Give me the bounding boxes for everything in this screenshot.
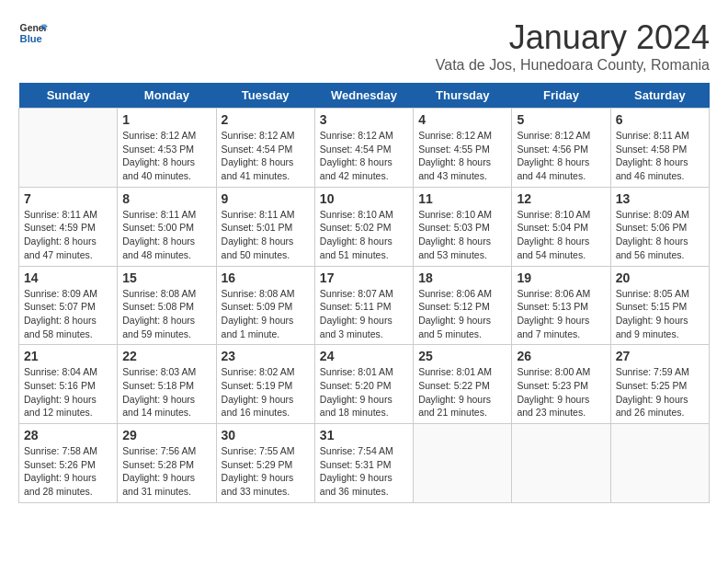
cell-content: Sunrise: 8:08 AMSunset: 5:09 PMDaylight:… [222, 288, 295, 339]
date-number: 29 [122, 428, 210, 442]
date-number: 27 [616, 349, 704, 363]
calendar-cell: 23 Sunrise: 8:02 AMSunset: 5:19 PMDaylig… [216, 345, 314, 424]
calendar-cell [414, 424, 512, 503]
calendar-cell: 6 Sunrise: 8:11 AMSunset: 4:58 PMDayligh… [610, 109, 709, 188]
calendar-cell: 13 Sunrise: 8:09 AMSunset: 5:06 PMDaylig… [610, 187, 709, 266]
cell-content: Sunrise: 8:11 AMSunset: 4:58 PMDaylight:… [616, 130, 689, 181]
calendar-cell: 27 Sunrise: 7:59 AMSunset: 5:25 PMDaylig… [610, 345, 709, 424]
calendar-cell: 28 Sunrise: 7:58 AMSunset: 5:26 PMDaylig… [19, 424, 118, 503]
cell-content: Sunrise: 8:02 AMSunset: 5:19 PMDaylight:… [222, 366, 295, 418]
calendar-cell: 4 Sunrise: 8:12 AMSunset: 4:55 PMDayligh… [414, 109, 512, 188]
calendar-cell: 21 Sunrise: 8:04 AMSunset: 5:16 PMDaylig… [19, 345, 118, 424]
calendar-cell: 24 Sunrise: 8:01 AMSunset: 5:20 PMDaylig… [314, 345, 413, 424]
calendar-cell: 16 Sunrise: 8:08 AMSunset: 5:09 PMDaylig… [216, 266, 314, 345]
date-number: 15 [122, 270, 210, 285]
header-tuesday: Tuesday [216, 83, 314, 109]
date-number: 4 [418, 112, 506, 127]
date-number: 26 [517, 349, 605, 363]
calendar-cell: 20 Sunrise: 8:05 AMSunset: 5:15 PMDaylig… [610, 266, 709, 345]
week-row-4: 21 Sunrise: 8:04 AMSunset: 5:16 PMDaylig… [19, 345, 710, 424]
header-monday: Monday [118, 83, 216, 109]
svg-text:Blue: Blue [20, 33, 42, 44]
date-number: 21 [24, 349, 112, 363]
calendar-cell: 26 Sunrise: 8:00 AMSunset: 5:23 PMDaylig… [512, 345, 610, 424]
header-saturday: Saturday [610, 83, 709, 109]
date-number: 11 [418, 191, 506, 206]
date-number: 19 [517, 270, 605, 285]
date-number: 8 [122, 191, 210, 206]
calendar-title: January 2024 [436, 18, 710, 57]
calendar-subtitle: Vata de Jos, Hunedoara County, Romania [436, 57, 710, 74]
calendar-cell: 22 Sunrise: 8:03 AMSunset: 5:18 PMDaylig… [118, 345, 216, 424]
cell-content: Sunrise: 8:06 AMSunset: 5:13 PMDaylight:… [517, 288, 590, 339]
cell-content: Sunrise: 8:06 AMSunset: 5:12 PMDaylight:… [418, 288, 492, 339]
calendar-cell [610, 424, 709, 503]
calendar-cell [19, 109, 118, 188]
cell-content: Sunrise: 8:11 AMSunset: 5:01 PMDaylight:… [222, 209, 295, 260]
calendar-cell: 3 Sunrise: 8:12 AMSunset: 4:54 PMDayligh… [314, 109, 413, 188]
cell-content: Sunrise: 8:10 AMSunset: 5:04 PMDaylight:… [517, 209, 590, 260]
header-wednesday: Wednesday [314, 83, 413, 109]
cell-content: Sunrise: 8:09 AMSunset: 5:06 PMDaylight:… [616, 209, 689, 260]
header-thursday: Thursday [414, 83, 512, 109]
date-number: 24 [320, 349, 408, 363]
cell-content: Sunrise: 8:10 AMSunset: 5:03 PMDaylight:… [418, 209, 492, 260]
calendar-cell: 14 Sunrise: 8:09 AMSunset: 5:07 PMDaylig… [19, 266, 118, 345]
cell-content: Sunrise: 8:03 AMSunset: 5:18 PMDaylight:… [122, 366, 196, 418]
calendar-cell: 17 Sunrise: 8:07 AMSunset: 5:11 PMDaylig… [314, 266, 413, 345]
calendar-table: Sunday Monday Tuesday Wednesday Thursday… [18, 83, 710, 503]
date-number: 5 [517, 112, 605, 127]
calendar-cell: 9 Sunrise: 8:11 AMSunset: 5:01 PMDayligh… [216, 187, 314, 266]
date-number: 18 [418, 270, 506, 285]
date-number: 9 [222, 191, 310, 206]
header-row: Sunday Monday Tuesday Wednesday Thursday… [19, 83, 710, 109]
calendar-cell [512, 424, 610, 503]
date-number: 2 [222, 112, 310, 127]
logo-icon: General Blue [18, 18, 48, 48]
cell-content: Sunrise: 7:59 AMSunset: 5:25 PMDaylight:… [616, 366, 689, 418]
cell-content: Sunrise: 8:11 AMSunset: 5:00 PMDaylight:… [122, 209, 196, 260]
calendar-cell: 2 Sunrise: 8:12 AMSunset: 4:54 PMDayligh… [216, 109, 314, 188]
calendar-cell: 25 Sunrise: 8:01 AMSunset: 5:22 PMDaylig… [414, 345, 512, 424]
calendar-cell: 7 Sunrise: 8:11 AMSunset: 4:59 PMDayligh… [19, 187, 118, 266]
date-number: 3 [320, 112, 408, 127]
cell-content: Sunrise: 7:55 AMSunset: 5:29 PMDaylight:… [222, 445, 295, 497]
date-number: 16 [222, 270, 310, 285]
cell-content: Sunrise: 8:01 AMSunset: 5:22 PMDaylight:… [418, 366, 492, 418]
calendar-cell: 15 Sunrise: 8:08 AMSunset: 5:08 PMDaylig… [118, 266, 216, 345]
logo: General Blue [18, 18, 48, 48]
date-number: 12 [517, 191, 605, 206]
calendar-cell: 12 Sunrise: 8:10 AMSunset: 5:04 PMDaylig… [512, 187, 610, 266]
date-number: 13 [616, 191, 704, 206]
calendar-cell: 5 Sunrise: 8:12 AMSunset: 4:56 PMDayligh… [512, 109, 610, 188]
calendar-cell: 18 Sunrise: 8:06 AMSunset: 5:12 PMDaylig… [414, 266, 512, 345]
calendar-cell: 10 Sunrise: 8:10 AMSunset: 5:02 PMDaylig… [314, 187, 413, 266]
cell-content: Sunrise: 7:56 AMSunset: 5:28 PMDaylight:… [122, 445, 196, 497]
page-header: General Blue January 2024 Vata de Jos, H… [18, 18, 710, 74]
date-number: 20 [616, 270, 704, 285]
calendar-cell: 11 Sunrise: 8:10 AMSunset: 5:03 PMDaylig… [414, 187, 512, 266]
date-number: 22 [122, 349, 210, 363]
week-row-5: 28 Sunrise: 7:58 AMSunset: 5:26 PMDaylig… [19, 424, 710, 503]
cell-content: Sunrise: 8:09 AMSunset: 5:07 PMDaylight:… [24, 288, 97, 339]
week-row-1: 1 Sunrise: 8:12 AMSunset: 4:53 PMDayligh… [19, 109, 710, 188]
date-number: 10 [320, 191, 408, 206]
cell-content: Sunrise: 8:12 AMSunset: 4:53 PMDaylight:… [122, 130, 196, 181]
header-friday: Friday [512, 83, 610, 109]
cell-content: Sunrise: 8:12 AMSunset: 4:56 PMDaylight:… [517, 130, 590, 181]
date-number: 7 [24, 191, 112, 206]
date-number: 1 [122, 112, 210, 127]
cell-content: Sunrise: 8:05 AMSunset: 5:15 PMDaylight:… [616, 288, 689, 339]
calendar-cell: 19 Sunrise: 8:06 AMSunset: 5:13 PMDaylig… [512, 266, 610, 345]
cell-content: Sunrise: 8:07 AMSunset: 5:11 PMDaylight:… [320, 288, 393, 339]
cell-content: Sunrise: 8:12 AMSunset: 4:54 PMDaylight:… [320, 130, 393, 181]
date-number: 6 [616, 112, 704, 127]
cell-content: Sunrise: 8:08 AMSunset: 5:08 PMDaylight:… [122, 288, 196, 339]
cell-content: Sunrise: 7:54 AMSunset: 5:31 PMDaylight:… [320, 445, 393, 497]
date-number: 23 [222, 349, 310, 363]
date-number: 31 [320, 428, 408, 442]
cell-content: Sunrise: 8:11 AMSunset: 4:59 PMDaylight:… [24, 209, 97, 260]
date-number: 30 [222, 428, 310, 442]
cell-content: Sunrise: 8:10 AMSunset: 5:02 PMDaylight:… [320, 209, 393, 260]
cell-content: Sunrise: 8:01 AMSunset: 5:20 PMDaylight:… [320, 366, 393, 418]
